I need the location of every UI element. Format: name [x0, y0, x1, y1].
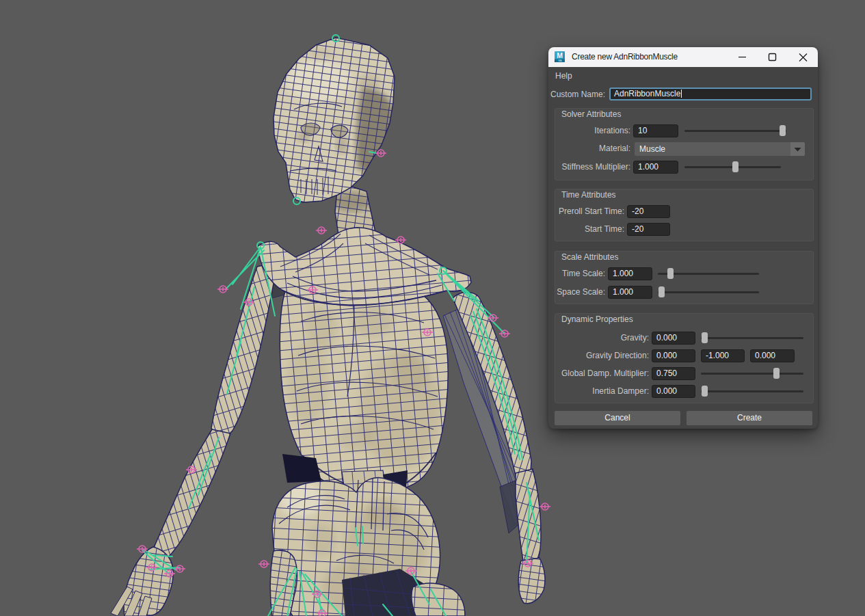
svg-text:MA: MA [558, 59, 562, 62]
svg-text:M: M [557, 51, 563, 59]
